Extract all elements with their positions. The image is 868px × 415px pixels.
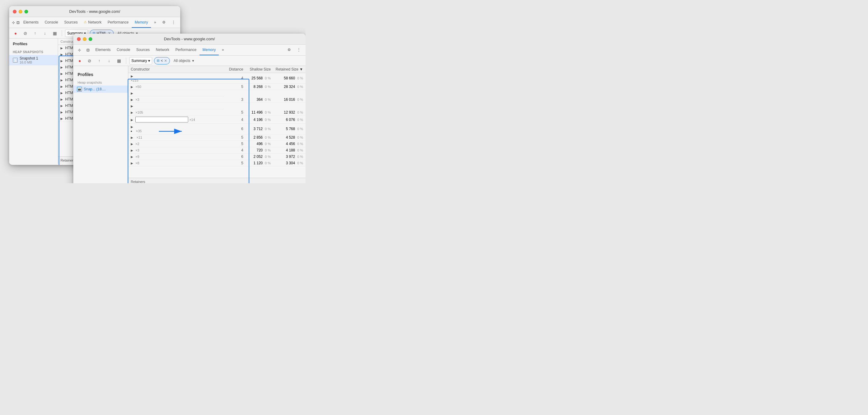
row-count: ×50 [135,85,141,89]
devtools-window-2: DevTools - www.google.com/ ⊹ ⊡ Elements … [73,34,306,183]
expand-arrow: ▶ [61,91,63,95]
row-name: ×105 [135,110,143,115]
row-retained: 3 304 0 % [273,160,306,166]
table-row[interactable]: ▶ ×215 4 25 568 0 % 58 660 0 % [128,73,306,84]
table-row[interactable]: ▶ </span> <span class="count" data-name=… [128,90,306,96]
row-distance: 4 [224,73,246,84]
row-distance: 5 [224,134,246,141]
download-icon-1[interactable]: ↓ [41,29,49,37]
tab-performance-1[interactable]: Performance [104,17,132,28]
tab-console-1[interactable]: Console [41,17,61,28]
row-count: ×14 [189,118,195,122]
row-shallow: 496 0 % [246,141,273,147]
cursor-icon[interactable]: ⊹ [11,17,16,28]
tab-sources-1[interactable]: Sources [61,17,81,28]
upload-icon-1[interactable]: ↑ [31,29,39,37]
expand-arrow: ▶ [61,85,63,88]
tab-memory-2[interactable]: Memory [199,44,219,55]
gear-icon-1[interactable]: ⚙ [159,17,169,28]
row-distance: 5 [224,109,246,116]
inspect-icon-2[interactable]: ⊡ [84,44,92,55]
tab-sources-2[interactable]: Sources [133,44,153,55]
cursor-icon-2[interactable]: ⊹ [75,44,84,55]
more-icon-1[interactable]: ⋮ [169,17,179,28]
close-button-2[interactable] [77,37,81,41]
table-row[interactable]: ▶ ×8 5 1 120 0 % 3 304 0 % [128,160,306,166]
row-retained: 4 188 0 % [273,147,306,154]
snapshot-item-2[interactable]: 📸 Snap... (18.... [73,86,128,93]
tab-performance-2[interactable]: Performance [172,44,199,55]
snapshot-name-1: Snapshot 1 [20,56,54,60]
tab-elements-2[interactable]: Elements [92,44,114,55]
clear-icon-1[interactable]: ⊘ [21,29,29,37]
table-row[interactable]: ▶ ×9 6 2 052 0 % 3 972 0 % [128,154,306,160]
th-distance[interactable]: Distance [224,66,246,73]
row-retained: 12 932 0 % [273,109,306,116]
row-distance: 6 [224,124,246,134]
row-distance: 3 [224,96,246,103]
th-shallow-size[interactable]: Shallow Size [246,66,273,73]
snapshot-name-2: Snap... (18.... [84,87,124,91]
tab-more-2[interactable]: » [219,44,227,55]
expand-arrow: ▶ [61,53,63,56]
summary-dropdown-2[interactable]: Summary ▾ [129,57,152,64]
minimize-button-1[interactable] [19,10,22,13]
maximize-button-2[interactable] [89,37,92,41]
table-row[interactable]: ▶ ×105 5 11 496 0 % 12 932 0 % [128,109,306,116]
tab-network-2[interactable]: Network [153,44,172,55]
expand-arrow: ▶ [61,117,63,120]
tab-memory-1[interactable]: Memory [132,17,151,28]
close-button-1[interactable] [13,10,17,13]
minimize-button-2[interactable] [83,37,87,41]
expand-arrow: ▶ [131,136,133,139]
table-row[interactable]: ▶ ×11 5 2 856 0 % 4 528 0 % [128,134,306,141]
record-icon-1[interactable]: ● [11,29,20,37]
window-title-2: DevTools - www.google.com/ [164,37,215,41]
clear-icon-2[interactable]: ⊘ [86,57,93,65]
row-shallow: 4 196 0 % [246,116,273,124]
separator-1 [62,30,62,36]
sidebar-1: Profiles HEAP SNAPSHOTS 📄 Snapshot 1 16.… [9,38,58,164]
download-icon-2[interactable]: ↓ [105,57,113,65]
row-shallow: 2 052 0 % [246,154,273,160]
tab-elements-1[interactable]: Elements [20,17,41,28]
gear-icon-2[interactable]: ⚙ [284,44,294,55]
expand-arrow: ▶ [131,92,133,95]
constructor-table-2: Constructor Distance Shallow Size Retain… [128,66,306,166]
filter-clear-2[interactable]: ✕ [164,59,167,63]
row-name: ×35 [131,129,222,133]
filter-container-2[interactable]: ⊟ < ✕ [154,57,170,64]
upload-icon-2[interactable]: ↑ [95,57,103,65]
expand-arrow: ▶ [61,46,63,50]
expand-arrow: ▶ [131,149,133,152]
row-shallow: 8 268 0 % [246,84,273,90]
table-container-2[interactable]: Constructor Distance Shallow Size Retain… [128,66,306,178]
maximize-button-1[interactable] [25,10,28,13]
traffic-lights-1 [13,10,28,13]
objects-arrow-2[interactable]: ▾ [192,59,194,63]
table-row[interactable]: ▶ ×35 6 3 712 0 % 5 768 0 % [128,124,306,134]
record-icon-2[interactable]: ● [76,57,84,65]
row-count: ×3 [135,98,139,101]
table-row[interactable]: ▶ ×14 4 4 196 0 % 6 076 0 % [128,116,306,124]
tab-more-1[interactable]: » [151,17,159,28]
summary-icon-1[interactable]: ▦ [51,29,59,37]
tab-console-2[interactable]: Console [114,44,133,55]
table-row[interactable]: ▶ ×50 5 8 268 0 % 28 324 0 % [128,84,306,90]
summary-label-2: Summary [131,59,147,63]
expand-arrow: ▶ [61,98,63,101]
tab-network-1[interactable]: ⚠ Network [81,17,104,28]
titlebar-2: DevTools - www.google.com/ [73,34,306,44]
row-count: ×215 [131,78,138,82]
th-retained-size[interactable]: Retained Size ▼ [273,66,306,73]
summary-icon-2[interactable]: ▦ [115,57,123,65]
inspect-icon[interactable]: ⊡ [16,17,20,28]
table-row[interactable]: ▶ ×2 5 496 0 % 4 456 0 % [128,141,306,147]
nav-tabs-1: ⊹ ⊡ Elements Console Sources ⚠ Network P… [9,17,180,28]
snapshot-item-1[interactable]: 📄 Snapshot 1 16.0 MB [9,55,58,65]
table-row[interactable]: ▶ ×3 4 720 0 % 4 188 0 % [128,147,306,154]
table-row[interactable]: ▶ </span> <span class="count" data-name=… [128,103,306,109]
table-row[interactable]: ▶ ×3 3 364 0 % 16 016 0 % [128,96,306,103]
more-icon-2[interactable]: ⋮ [294,44,304,55]
row-retained: 4 528 0 % [273,134,306,141]
